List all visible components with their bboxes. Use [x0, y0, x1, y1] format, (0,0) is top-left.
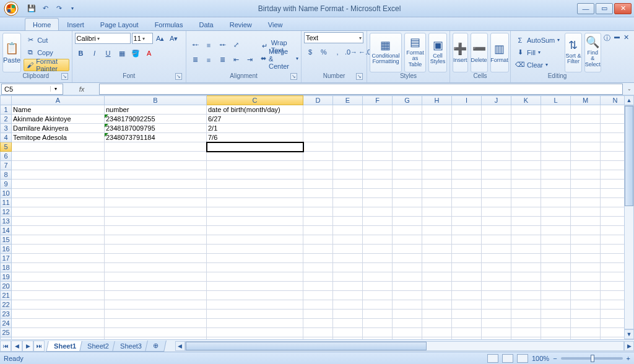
cell-F17[interactable] [363, 254, 393, 263]
cell-G15[interactable] [393, 235, 422, 245]
row-header-4[interactable]: 4 [1, 133, 12, 142]
tab-review[interactable]: Review [222, 18, 260, 30]
cell-M18[interactable] [571, 263, 601, 272]
cell-J10[interactable] [482, 189, 511, 198]
cell-C5[interactable] [207, 142, 303, 152]
cell-I14[interactable] [452, 226, 482, 235]
bold-button[interactable]: B [75, 47, 87, 59]
save-icon[interactable]: 💾 [26, 3, 37, 14]
col-header-D[interactable]: D [303, 96, 333, 105]
cell-K16[interactable] [511, 245, 541, 254]
cell-L8[interactable] [541, 170, 571, 180]
cell-F12[interactable] [363, 207, 393, 217]
cell-A23[interactable] [12, 310, 105, 319]
cell-G2[interactable] [393, 115, 422, 124]
cell-L13[interactable] [541, 217, 571, 226]
cell-L11[interactable] [541, 198, 571, 207]
cell-D12[interactable] [303, 207, 333, 217]
row-header-2[interactable]: 2 [1, 115, 12, 124]
cell-C25[interactable] [207, 328, 303, 337]
cell-G12[interactable] [393, 207, 422, 217]
cell-D10[interactable] [303, 189, 333, 198]
cell-H25[interactable] [422, 328, 452, 337]
cell-K12[interactable] [511, 207, 541, 217]
cell-B17[interactable] [105, 254, 207, 263]
cell-L12[interactable] [541, 207, 571, 217]
cell-K3[interactable] [511, 124, 541, 133]
cell-L4[interactable] [541, 133, 571, 142]
cell-I3[interactable] [452, 124, 482, 133]
cell-L24[interactable] [541, 319, 571, 328]
shrink-font-button[interactable]: A▾ [168, 32, 180, 45]
cell-K15[interactable] [511, 235, 541, 245]
cell-I17[interactable] [452, 254, 482, 263]
cell-D13[interactable] [303, 217, 333, 226]
cell-I16[interactable] [452, 245, 482, 254]
cell-D26[interactable] [303, 337, 333, 340]
cell-C19[interactable] [207, 272, 303, 282]
cell-K1[interactable] [511, 105, 541, 115]
cell-G20[interactable] [393, 282, 422, 291]
cell-J25[interactable] [482, 328, 511, 337]
cell-B15[interactable] [105, 235, 207, 245]
cell-H7[interactable] [422, 161, 452, 170]
cell-C1[interactable]: date of birth(month/day) [207, 105, 303, 115]
scroll-right-icon[interactable]: ▶ [624, 341, 634, 351]
cell-F19[interactable] [363, 272, 393, 282]
cell-I18[interactable] [452, 263, 482, 272]
conditional-formatting-button[interactable]: ▦Conditional Formatting [370, 33, 402, 72]
formula-input[interactable] [99, 84, 623, 95]
insert-sheet-button[interactable]: ⊕ [145, 340, 167, 352]
cell-A11[interactable] [12, 198, 105, 207]
cell-G5[interactable] [393, 142, 422, 152]
cell-L2[interactable] [541, 115, 571, 124]
cell-A15[interactable] [12, 235, 105, 245]
cell-G22[interactable] [393, 300, 422, 310]
cell-J11[interactable] [482, 198, 511, 207]
col-header-A[interactable]: A [12, 96, 105, 105]
cell-E24[interactable] [333, 319, 363, 328]
cell-E4[interactable] [333, 133, 363, 142]
cell-B1[interactable]: number [105, 105, 207, 115]
cell-C23[interactable] [207, 310, 303, 319]
row-header-26[interactable]: 26 [1, 337, 12, 340]
cell-H17[interactable] [422, 254, 452, 263]
cell-D25[interactable] [303, 328, 333, 337]
clipboard-launcher-icon[interactable]: ↘ [61, 73, 68, 80]
row-header-16[interactable]: 16 [1, 245, 12, 254]
cell-I21[interactable] [452, 291, 482, 300]
cell-M24[interactable] [571, 319, 601, 328]
cell-J22[interactable] [482, 300, 511, 310]
format-painter-button[interactable]: 🖌Format Painter [24, 59, 69, 71]
cell-J7[interactable] [482, 161, 511, 170]
cell-I11[interactable] [452, 198, 482, 207]
cell-A8[interactable] [12, 170, 105, 180]
vscroll-thumb[interactable] [625, 106, 633, 206]
format-cells-button[interactable]: ▥Format [490, 33, 509, 72]
zoom-level[interactable]: 100% [532, 355, 549, 362]
prev-sheet-button[interactable]: ◀ [11, 340, 22, 352]
cell-F16[interactable] [363, 245, 393, 254]
cell-E13[interactable] [333, 217, 363, 226]
cell-D11[interactable] [303, 198, 333, 207]
cell-K25[interactable] [511, 328, 541, 337]
cell-H2[interactable] [422, 115, 452, 124]
autosum-button[interactable]: ΣAutoSum▾ [513, 34, 562, 46]
cell-E7[interactable] [333, 161, 363, 170]
cell-K11[interactable] [511, 198, 541, 207]
help-icon[interactable]: ⓘ [604, 33, 610, 43]
cell-E21[interactable] [333, 291, 363, 300]
cell-M4[interactable] [571, 133, 601, 142]
cell-M26[interactable] [571, 337, 601, 340]
clear-button[interactable]: ⌫Clear▾ [513, 59, 562, 71]
cell-L19[interactable] [541, 272, 571, 282]
font-color-button[interactable]: A [143, 47, 155, 59]
cell-E1[interactable] [333, 105, 363, 115]
underline-button[interactable]: U [102, 47, 115, 59]
cell-H15[interactable] [422, 235, 452, 245]
cell-G13[interactable] [393, 217, 422, 226]
cell-I12[interactable] [452, 207, 482, 217]
cell-D18[interactable] [303, 263, 333, 272]
cell-C8[interactable] [207, 170, 303, 180]
cell-J15[interactable] [482, 235, 511, 245]
